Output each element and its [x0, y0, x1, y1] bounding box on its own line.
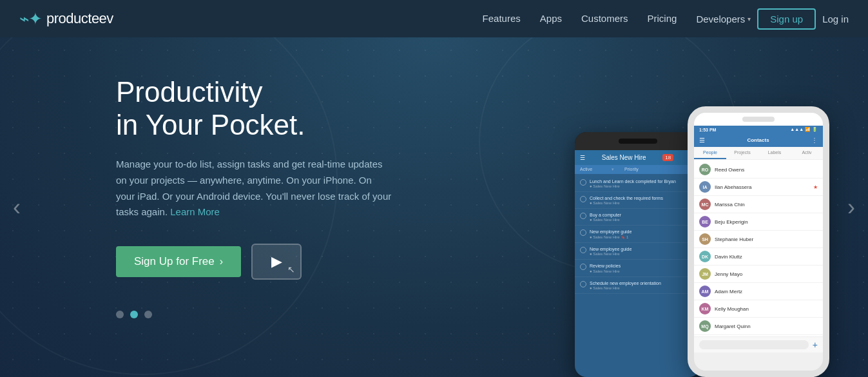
task-name: New employee guide	[590, 229, 695, 235]
add-contact-icon[interactable]: +	[813, 340, 818, 350]
avatar: MQ	[699, 320, 711, 332]
person-name: Beju Ekperigin	[715, 219, 814, 225]
android-header: ☰ Sales New Hire 18 ↺	[575, 150, 700, 165]
avatar: KM	[699, 303, 711, 314]
nav-features[interactable]: Features	[483, 13, 521, 24]
carousel-prev-button[interactable]: ‹	[13, 194, 21, 221]
task-info: New employee guide ● Sales New Hire	[590, 246, 695, 256]
tab-labels[interactable]: Labels	[758, 147, 791, 159]
task-row: Schedule new employee orientation ● Sale…	[575, 277, 700, 294]
carousel-dot-3[interactable]	[144, 311, 152, 318]
person-row: SH Stephanie Huber	[694, 231, 823, 248]
task-checkbox	[580, 247, 586, 253]
task-name: Schedule new employee orientation	[590, 280, 695, 286]
task-info: Collect and check the required forms ● S…	[590, 195, 695, 205]
status-time: 1:53 PM	[699, 128, 716, 132]
task-info: Review policies ● Sales New Hire	[590, 263, 695, 273]
task-row: Collect and check the required forms ● S…	[575, 192, 700, 209]
avatar: DK	[699, 251, 711, 262]
avatar: MC	[699, 198, 711, 210]
task-name: New employee guide	[590, 246, 695, 252]
task-checkbox	[580, 213, 586, 219]
chevron-down-icon: ▾	[747, 15, 751, 23]
carousel-dot-1[interactable]	[116, 311, 124, 318]
person-row: RO Reed Owens	[694, 161, 823, 179]
carousel-next-button[interactable]: ›	[847, 194, 855, 221]
ellipsis-icon: ⋮	[811, 137, 818, 144]
hero-section: ‹ Productivity in Your Pocket. Manage yo…	[0, 37, 868, 377]
carousel-dot-2[interactable]	[130, 311, 138, 318]
watch-video-button[interactable]: ▶ ↖	[251, 244, 302, 280]
signup-button[interactable]: Sign up	[757, 8, 816, 30]
task-project: ● Sales New Hire	[590, 286, 695, 290]
task-name: Buy a computer	[590, 212, 695, 218]
android-mockup: ☰ Sales New Hire 18 ↺ Active ▾ Priority …	[575, 132, 700, 377]
android-top	[575, 132, 700, 150]
nav-customers[interactable]: Customers	[581, 13, 628, 24]
task-row: Review policies ● Sales New Hire	[575, 260, 700, 276]
person-name: Marissa Chin	[715, 202, 814, 208]
status-bar: 1:53 PM ▲▲▲ 📶 🔋	[694, 126, 823, 133]
task-checkbox	[580, 229, 586, 236]
hero-actions: Sign Up for Free › ▶ ↖	[116, 244, 438, 280]
status-icons: ▲▲▲ 📶 🔋	[790, 127, 818, 132]
person-name: Jenny Mayo	[715, 271, 814, 277]
person-name: Davin Kluttz	[715, 254, 814, 260]
signup-cta-button[interactable]: Sign Up for Free ›	[116, 246, 241, 277]
nav-apps[interactable]: Apps	[540, 13, 562, 24]
android-task-list: Lunch and Learn deck completed for Bryan…	[575, 174, 700, 295]
iphone-tabs: People Projects Labels Activ	[694, 147, 823, 160]
task-project: ● Sales New Hire	[590, 201, 695, 205]
android-badge: 18	[662, 154, 673, 161]
iphone-people-list: RO Reed Owens IA Ilan Abehassera ★ MC Ma…	[694, 160, 823, 336]
tab-activity[interactable]: Activ	[791, 147, 823, 159]
task-row: New employee guide ● Sales New Hire 🔖 1	[575, 226, 700, 243]
task-project: ● Sales New Hire 🔖 1	[590, 235, 695, 239]
task-project: ● Sales New Hire	[590, 252, 695, 256]
person-name: Stephanie Huber	[715, 237, 814, 242]
task-row: Buy a computer ● Sales New Hire	[575, 209, 700, 226]
person-row: MC Marissa Chin	[694, 196, 823, 213]
person-row: KM Kelly Moughan	[694, 300, 823, 318]
avatar: AM	[699, 285, 711, 297]
person-row: IA Ilan Abehassera ★	[694, 179, 823, 196]
task-checkbox	[580, 281, 586, 287]
iphone-screen: People Projects Labels Activ RO Reed Owe…	[694, 147, 823, 353]
hero-title: Productivity in Your Pocket.	[116, 76, 438, 141]
task-checkbox	[580, 179, 586, 186]
person-row: AM Adam Mertz	[694, 283, 823, 300]
iphone-top	[694, 113, 823, 126]
nav-links: Features Apps Customers Pricing Develope…	[483, 13, 751, 24]
person-name: Ilan Abehassera	[715, 184, 809, 190]
learn-more-link[interactable]: Learn More	[170, 206, 220, 217]
avatar: JM	[699, 268, 711, 280]
search-input[interactable]	[699, 340, 809, 349]
task-project: ● Sales New Hire	[590, 218, 695, 222]
login-button[interactable]: Log in	[822, 14, 849, 24]
person-name: Kelly Moughan	[715, 306, 814, 312]
carousel-dots	[116, 311, 438, 318]
task-project: ● Sales New Hire	[590, 184, 695, 188]
logo[interactable]: ⌁✦ producteev	[19, 9, 113, 29]
person-row: MQ Margaret Quinn	[694, 318, 823, 335]
avatar: BE	[699, 216, 711, 227]
task-name: Lunch and Learn deck completed for Bryan	[590, 179, 695, 184]
avatar: RO	[699, 164, 711, 175]
task-info: Lunch and Learn deck completed for Bryan…	[590, 179, 695, 188]
person-row: BE Beju Ekperigin	[694, 213, 823, 231]
android-header-title: Sales New Hire	[602, 154, 646, 161]
iphone-notch	[742, 117, 775, 122]
nav-developers[interactable]: Developers ▾	[696, 14, 751, 24]
android-columns: Active ▾ Priority	[575, 165, 700, 174]
star-icon: ★	[813, 184, 818, 190]
hero-content: Productivity in Your Pocket. Manage your…	[0, 76, 438, 318]
task-info: Buy a computer ● Sales New Hire	[590, 212, 695, 222]
nav-pricing[interactable]: Pricing	[648, 13, 677, 24]
person-name: Adam Mertz	[715, 289, 814, 295]
tab-projects[interactable]: Projects	[726, 147, 758, 159]
search-bar: +	[694, 336, 823, 353]
tab-people[interactable]: People	[694, 147, 726, 159]
navbar: ⌁✦ producteev Features Apps Customers Pr…	[0, 0, 868, 37]
task-row: Lunch and Learn deck completed for Bryan…	[575, 175, 700, 192]
person-name: Reed Owens	[715, 167, 814, 173]
